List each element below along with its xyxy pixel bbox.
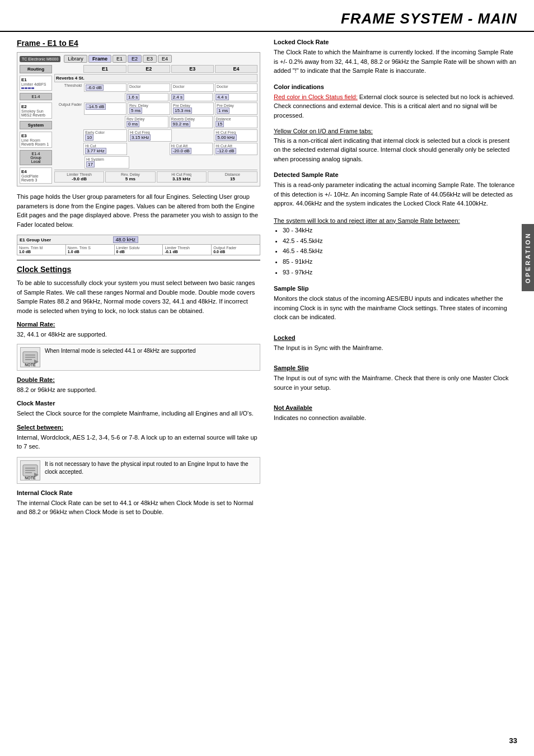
threshold-val[interactable]: -6.0 dB bbox=[86, 85, 104, 91]
note-box-1: NOTE When Internal mode is selected 44.1… bbox=[17, 344, 260, 371]
limiter-thresh-cell: Limiter Thresh -9.0 dB bbox=[54, 171, 104, 183]
color-indications-section: Color indications Red color in Clock Sta… bbox=[274, 83, 517, 164]
locked-clock-rate-title: Locked Clock Rate bbox=[274, 39, 517, 45]
tab-e3[interactable]: E3 bbox=[143, 55, 157, 63]
tab-frame[interactable]: Frame bbox=[88, 55, 111, 63]
group-label: E1 Group User bbox=[20, 237, 51, 242]
tab-e4[interactable]: E4 bbox=[158, 55, 172, 63]
lock-reject-label: The system will lock to and reject jitte… bbox=[274, 216, 517, 226]
pre-delay-val2[interactable]: 1 ms bbox=[217, 108, 229, 114]
param-limiter-thresh: Limiter Thresh -0.1 dB bbox=[163, 245, 212, 255]
reverb-delay-val[interactable]: 93.2 ms bbox=[171, 121, 190, 127]
not-available-text: Indicates no connection available. bbox=[274, 413, 517, 423]
tc-logo: TC Electronic M6000 bbox=[20, 56, 60, 62]
preset-row: Reverbs 4 St. bbox=[54, 74, 257, 82]
clock-master-label: Clock Master bbox=[17, 400, 260, 407]
param-norm-trim-s: Norm. Trim S 1.0 dB bbox=[66, 245, 115, 255]
routing-label[interactable]: Routing bbox=[20, 65, 52, 73]
e3-header: E3 bbox=[171, 65, 214, 73]
right-column: Locked Clock Rate The Clock Rate to whic… bbox=[274, 39, 517, 522]
hi-cut-val[interactable]: 3.77 kHz bbox=[85, 148, 106, 154]
operation-tab: OPERATION bbox=[522, 224, 534, 291]
page-number: 33 bbox=[509, 736, 517, 745]
note-icon-2: NOTE bbox=[20, 460, 40, 480]
clock-master-text: Select the Clock source for the complete… bbox=[17, 409, 260, 418]
not-available-label: Not Available bbox=[274, 404, 517, 411]
early-color-val[interactable]: 10 bbox=[85, 134, 93, 141]
sample-slip-sub-text: The Input is out of sync with the Mainfr… bbox=[274, 374, 517, 392]
sample-slip-label: Sample Slip bbox=[274, 365, 517, 371]
frame-description: This page holds the User group parameter… bbox=[17, 192, 260, 229]
color-indications-title: Color indications bbox=[274, 83, 517, 90]
detected-sample-rate-title: Detected Sample Rate bbox=[274, 171, 517, 178]
hi-cut-att-val1[interactable]: -20.0 dB bbox=[171, 148, 191, 154]
tab-e2[interactable]: E2 bbox=[128, 55, 142, 63]
side-nav: Routing E1 Limiter 4dBFS E1-4 bbox=[20, 65, 52, 184]
tab-e1[interactable]: E1 bbox=[113, 55, 127, 63]
e1-header: E1 bbox=[83, 65, 126, 73]
distance-cell: Distance 15 bbox=[208, 171, 257, 183]
list-item: 46.5 - 48.5kHz bbox=[283, 246, 517, 256]
e14-group-local: E1-4GroupLocal bbox=[20, 150, 52, 165]
list-item: 85 - 91kHz bbox=[283, 256, 517, 267]
locked-label: Locked bbox=[274, 334, 517, 341]
output-fader-val[interactable]: -14.5 dB bbox=[86, 104, 106, 110]
list-item: 30 - 34kHz bbox=[283, 225, 517, 236]
list-item: 93 - 97kHz bbox=[283, 267, 517, 278]
sample-slip-title: Sample Slip bbox=[274, 285, 517, 292]
frame-diagram: TC Electronic M6000 Library Frame E1 E2 … bbox=[17, 52, 260, 186]
select-between-label: Select between: bbox=[17, 424, 260, 431]
hi-cut-freq-val2[interactable]: 5.00 kHz bbox=[216, 134, 237, 141]
normal-rate-label: Normal Rate: bbox=[17, 321, 260, 328]
distance-val[interactable]: 15 bbox=[216, 121, 224, 127]
note-box-2: NOTE It is not necessary to have the phy… bbox=[17, 457, 260, 484]
threshold-label: Threshold bbox=[54, 83, 83, 92]
sample-slip-section: Sample Slip Monitors the clock status of… bbox=[274, 285, 517, 423]
internal-clock-text: The internal Clock Rate can be set to 44… bbox=[17, 498, 260, 517]
clock-settings-title: Clock Settings bbox=[17, 265, 260, 274]
doctor-val-e2[interactable]: 1.6 s bbox=[127, 94, 139, 100]
hi-cut-freq-val1[interactable]: 3.15 kHz bbox=[130, 134, 151, 141]
page-title: FRAME SYSTEM - MAIN bbox=[17, 10, 517, 27]
e14-label: E1-4 bbox=[20, 93, 52, 100]
clock-description: To be able to successfully clock your sy… bbox=[17, 278, 260, 315]
red-color-label: Red color in Clock Status field: bbox=[274, 94, 358, 100]
pre-delay-val[interactable]: 15.3 ms bbox=[173, 108, 192, 114]
rev-delay-cell: Rev. Delay 5 ms bbox=[105, 171, 155, 183]
doctor-val-e4[interactable]: 4.4 s bbox=[216, 94, 228, 100]
color-indications-red: Red color in Clock Status field: Externa… bbox=[274, 92, 517, 120]
param-norm-trim-m: Norm. Trim M 1.0 dB bbox=[17, 245, 66, 255]
detected-sample-rate-section: Detected Sample Rate This is a read-only… bbox=[274, 171, 517, 208]
param-row-box: E1 Group User 48.0 kHz Norm. Trim M 1.0 … bbox=[17, 235, 260, 255]
lock-reject-section: The system will lock to and reject jitte… bbox=[274, 216, 517, 278]
double-rate-label: Double Rate: bbox=[17, 376, 260, 383]
doctor-val-e3[interactable]: 2.4 s bbox=[171, 94, 184, 100]
color-indications-yellow: Yellow Color on I/O and Frame tabs: This… bbox=[274, 127, 517, 164]
select-between-text: Internal, Wordclock, AES 1-2, 3-4, 5-6 o… bbox=[17, 433, 260, 451]
left-column: Frame - E1 to E4 TC Electronic M6000 Lib… bbox=[17, 39, 260, 522]
locked-clock-rate-text: The Clock Rate to which the Mainframe is… bbox=[274, 48, 517, 76]
double-rate-text: 88.2 or 96kHz are supported. bbox=[17, 385, 260, 395]
diagram-body: Routing E1 Limiter 4dBFS E1-4 bbox=[20, 65, 257, 184]
locked-text: The Input is in Sync with the Mainframe. bbox=[274, 343, 517, 353]
param-limiter-sololv: Limiter Sololv 0 dB bbox=[115, 245, 163, 255]
yellow-color-text: This is a non-critical alert indicating … bbox=[274, 137, 509, 162]
internal-clock-label: Internal Clock Rate bbox=[17, 489, 260, 496]
locked-clock-rate-section: Locked Clock Rate The Clock Rate to whic… bbox=[274, 39, 517, 76]
tab-library[interactable]: Library bbox=[64, 55, 87, 63]
hi-system-val[interactable]: 17 bbox=[86, 161, 95, 167]
system-label: System bbox=[20, 121, 52, 129]
note1-text: When Internal mode is selected 44.1 or 4… bbox=[45, 347, 196, 355]
rev-delay2-val[interactable]: 0 ms bbox=[127, 121, 139, 127]
frame-section-title: Frame - E1 to E4 bbox=[17, 39, 260, 48]
hi-cut-att-val2[interactable]: -12.0 dB bbox=[216, 148, 236, 154]
note2-text: It is not necessary to have the physical… bbox=[45, 460, 257, 476]
rev-delay-val[interactable]: 5 ms bbox=[129, 108, 142, 114]
lock-reject-list: 30 - 34kHz 42.5 - 45.5kHz 46.5 - 48.5kHz… bbox=[283, 225, 517, 277]
e2-header: E2 bbox=[128, 65, 170, 73]
normal-rate-text: 32, 44.1 or 48kHz are supported. bbox=[17, 330, 260, 339]
list-item: 42.5 - 45.5kHz bbox=[283, 236, 517, 246]
yellow-color-label: Yellow Color on I/O and Frame tabs: bbox=[274, 128, 373, 134]
e4-header: E4 bbox=[215, 65, 257, 73]
hi-cut-freq-cell: Hi Cut Freq 3.15 kHz bbox=[157, 171, 207, 183]
